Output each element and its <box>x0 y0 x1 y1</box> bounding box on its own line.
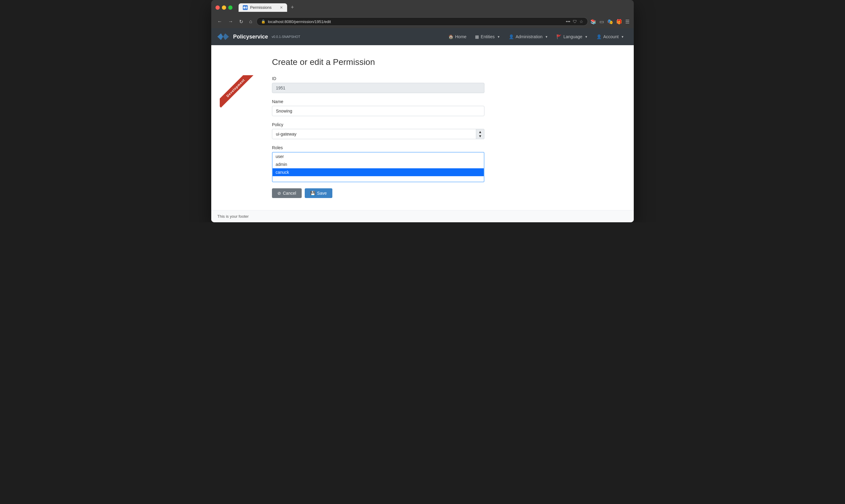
role-option-user[interactable]: user <box>273 152 484 160</box>
browser-toolbar: ← → ↻ ⌂ 🔒 localhost:8080/permission/1951… <box>211 15 634 28</box>
reading-list-icon[interactable]: 📚 <box>590 19 597 24</box>
home-button[interactable]: ⌂ <box>247 18 254 25</box>
address-actions: ••• 🛡 ☆ <box>566 19 583 24</box>
policy-select-wrapper: ui-gateway ▲▼ <box>272 129 484 139</box>
footer-text: This is your footer <box>217 214 248 219</box>
forward-button[interactable]: → <box>226 18 235 25</box>
save-button[interactable]: 💾 Save <box>305 188 332 198</box>
brand[interactable]: Policyservice v0.0.1-SNAPSHOT <box>217 33 300 40</box>
entities-caret: ▼ <box>497 35 500 38</box>
more-options-icon[interactable]: ••• <box>566 19 570 24</box>
nav-account[interactable]: 👤 Account ▼ <box>593 32 628 41</box>
tab-label: Permissions <box>250 5 272 10</box>
brand-name: Policyservice <box>233 34 268 40</box>
svg-marker-0 <box>243 6 245 9</box>
policy-form-group: Policy ui-gateway ▲▼ <box>272 122 573 139</box>
tab-bar: Permissions ✕ + <box>239 3 296 12</box>
bookmark-icon[interactable]: ☆ <box>580 19 583 24</box>
nav-home[interactable]: 🏠 Home <box>445 32 470 41</box>
tab-close-icon[interactable]: ✕ <box>280 5 283 10</box>
svg-marker-2 <box>217 33 223 40</box>
profile-icon[interactable]: 🎭 <box>607 19 613 24</box>
policy-select[interactable]: ui-gateway <box>272 129 484 139</box>
new-tab-button[interactable]: + <box>288 3 296 12</box>
extensions-icon[interactable]: 🎁 <box>616 19 622 24</box>
name-label: Name <box>272 99 573 104</box>
admin-caret: ▼ <box>545 35 548 38</box>
roles-listbox[interactable]: user admin canuck <box>272 152 484 182</box>
shield-icon: 🛡 <box>573 19 577 24</box>
svg-marker-3 <box>223 33 229 40</box>
browser-titlebar: Permissions ✕ + <box>211 0 634 15</box>
home-icon: 🏠 <box>448 34 453 39</box>
address-bar: 🔒 localhost:8080/permission/1951/edit ••… <box>257 17 588 26</box>
svg-marker-1 <box>245 6 247 9</box>
account-caret: ▼ <box>621 35 624 38</box>
policy-label: Policy <box>272 122 573 127</box>
reload-button[interactable]: ↻ <box>237 18 245 25</box>
cancel-button[interactable]: ⊘ Cancel <box>272 188 302 198</box>
cancel-icon: ⊘ <box>277 191 281 196</box>
menu-icon[interactable]: ☰ <box>625 19 630 24</box>
save-label: Save <box>317 191 327 196</box>
close-button[interactable] <box>215 5 220 10</box>
app-navbar: Policyservice v0.0.1-SNAPSHOT 🏠 Home ▦ E… <box>211 28 634 45</box>
nav-language[interactable]: 🚩 Language ▼ <box>553 32 591 41</box>
role-option-canuck[interactable]: canuck <box>273 168 484 176</box>
nav-entities[interactable]: ▦ Entities ▼ <box>471 32 504 41</box>
main-content: Create or edit a Permission ID Name Poli… <box>211 45 634 210</box>
brand-version: v0.0.1-SNAPSHOT <box>272 35 300 38</box>
entities-icon: ▦ <box>475 34 479 39</box>
page-title: Create or edit a Permission <box>272 57 573 67</box>
maximize-button[interactable] <box>228 5 232 10</box>
id-form-group: ID <box>272 76 573 93</box>
minimize-button[interactable] <box>222 5 226 10</box>
language-icon: 🚩 <box>556 34 562 39</box>
name-form-group: Name <box>272 99 573 116</box>
cancel-label: Cancel <box>283 191 296 196</box>
role-option-admin[interactable]: admin <box>273 160 484 168</box>
id-input[interactable] <box>272 83 484 93</box>
save-icon: 💾 <box>310 191 315 196</box>
nav-administration[interactable]: 👤 Administration ▼ <box>505 32 552 41</box>
app-footer: This is your footer <box>211 210 634 222</box>
browser-content: Policyservice v0.0.1-SNAPSHOT 🏠 Home ▦ E… <box>211 28 634 222</box>
tab-favicon <box>243 5 248 10</box>
browser-window: Permissions ✕ + ← → ↻ ⌂ 🔒 localhost:8080… <box>211 0 634 222</box>
traffic-lights <box>215 5 232 10</box>
active-tab[interactable]: Permissions ✕ <box>239 3 287 12</box>
account-icon: 👤 <box>597 34 602 39</box>
nav-links: 🏠 Home ▦ Entities ▼ 👤 Administration ▼ 🚩… <box>445 32 628 41</box>
roles-form-group: Roles user admin canuck <box>272 145 573 182</box>
name-input[interactable] <box>272 106 484 116</box>
language-caret: ▼ <box>585 35 588 38</box>
url-text[interactable]: localhost:8080/permission/1951/edit <box>268 19 564 24</box>
security-icon: 🔒 <box>261 19 265 24</box>
roles-label: Roles <box>272 145 573 150</box>
admin-icon: 👤 <box>509 34 514 39</box>
id-label: ID <box>272 76 573 81</box>
sidebar-icon[interactable]: ▭ <box>600 19 604 24</box>
form-actions: ⊘ Cancel 💾 Save <box>272 188 573 198</box>
back-button[interactable]: ← <box>215 18 224 25</box>
browser-actions: 📚 ▭ 🎭 🎁 ☰ <box>590 19 630 24</box>
